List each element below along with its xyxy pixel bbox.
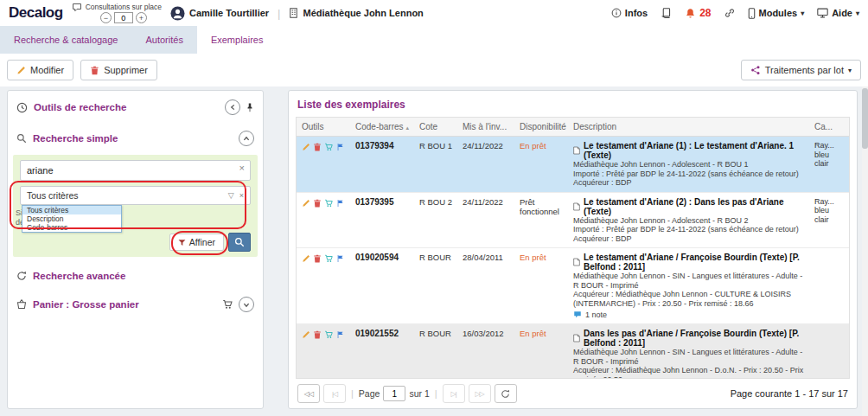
column-header[interactable]: Ca... (809, 118, 849, 136)
criteria-option[interactable]: Tous critères (22, 206, 121, 214)
search-actions: Affiner (169, 233, 251, 252)
list-title: Liste des exemplaires (289, 91, 857, 117)
vertical-scrollbar[interactable] (862, 86, 868, 416)
aide-menu[interactable]: Aide ▾ (817, 8, 859, 18)
notification-count: 28 (699, 7, 711, 19)
search-input[interactable] (20, 160, 251, 181)
description-title: Le testament d'Ariane (2) : Dans les pas… (584, 197, 804, 216)
basket-header[interactable]: Panier : Grosse panier (8, 288, 263, 319)
edit-icon[interactable] (302, 254, 310, 263)
pagination-bar: ◁◁ |◁ | Page sur 1 | ▷| ▷▷ Page courante… (289, 379, 857, 408)
consultations-count-input[interactable] (114, 12, 133, 23)
add-to-basket-icon[interactable] (324, 199, 334, 208)
add-to-basket-icon[interactable] (324, 254, 334, 263)
link-button[interactable] (724, 8, 735, 18)
clear-search-icon[interactable]: × (239, 163, 245, 173)
modifier-button[interactable]: Modifier (7, 60, 73, 80)
scrollbar-thumb[interactable] (862, 88, 868, 149)
inventory-date-cell: 24/11/2022 (457, 193, 514, 248)
pagination-first-button[interactable]: ◁◁ (297, 384, 320, 403)
availability-cell: En prêt (514, 248, 568, 323)
modules-menu[interactable]: Modules ▾ (748, 8, 805, 19)
funnel-icon (178, 239, 186, 246)
add-to-basket-icon[interactable] (324, 330, 334, 339)
add-to-basket-icon[interactable] (324, 143, 334, 151)
cart-icon[interactable] (222, 299, 233, 310)
table-row[interactable]: 019021552 R BOUR 16/03/2012 En prêt Dans… (297, 324, 849, 379)
criteria-options: Tous critèresDescriptionCode-barres (22, 205, 122, 233)
simple-search-header[interactable]: Recherche simple (8, 122, 263, 153)
increment-button[interactable]: + (136, 12, 147, 23)
traitements-par-lot-button[interactable]: Traitements par lot ▾ (741, 60, 861, 80)
building-icon (289, 8, 298, 18)
pagination-last-button[interactable]: ▷▷ (469, 384, 491, 403)
document-icon (573, 202, 580, 211)
criteria-option[interactable]: Description (22, 214, 121, 223)
basket-icon (16, 299, 27, 310)
tab-exemplaires[interactable]: Exemplaires (197, 26, 278, 54)
tab-autorites[interactable]: Autorités (131, 26, 196, 54)
page-of-label: sur 1 (409, 388, 429, 399)
chevron-down-icon: ▾ (848, 67, 852, 74)
pagination-prev-button[interactable]: |◁ (323, 384, 346, 403)
pin-icon[interactable] (246, 102, 254, 113)
search-submit-button[interactable] (228, 233, 251, 252)
screen-icon (817, 8, 828, 18)
criteria-select[interactable]: Tous critères ▽ × (20, 186, 251, 205)
tab-recherche-catalogage[interactable]: Recherche & catalogage (0, 26, 131, 54)
supprimer-button[interactable]: Supprimer (80, 60, 157, 80)
consultations-stepper: − + (100, 12, 147, 23)
description-detail: Médiathèque John Lennon - SIN - Langues … (573, 348, 804, 366)
refresh-button[interactable] (495, 384, 517, 403)
advanced-search-header[interactable]: Recherche avancée (8, 262, 263, 288)
column-header[interactable]: Description (568, 118, 809, 136)
affiner-button[interactable]: Affiner (169, 234, 224, 251)
pagination-next-button[interactable]: ▷| (443, 384, 465, 403)
collapse-panel-button[interactable] (225, 99, 240, 115)
delete-icon[interactable] (313, 254, 322, 263)
search-icon (16, 133, 27, 144)
edit-icon[interactable] (302, 199, 310, 208)
description-title: Dans les pas d'Ariane / Françoise Bourdi… (584, 329, 804, 348)
delete-icon[interactable] (313, 143, 322, 151)
tab-bar: Recherche & catalogage Autorités Exempla… (0, 26, 277, 54)
decrement-button[interactable]: − (100, 12, 112, 23)
column-header[interactable]: Disponibilité (514, 118, 568, 136)
column-header[interactable]: Code-barres▴ (350, 118, 414, 136)
table-row[interactable]: 019020594 R BOUR 28/04/2011 En prêt Le t… (297, 248, 849, 324)
loan-flag-icon[interactable] (336, 199, 344, 208)
user-menu[interactable]: Camille Tourtillier (170, 6, 269, 21)
column-header-label: Code-barres (355, 122, 404, 131)
column-header[interactable]: Mis à l'inv... (457, 118, 514, 136)
barcode-cell: 01379395 (350, 193, 414, 248)
info-icon (611, 8, 622, 18)
edit-icon[interactable] (302, 143, 310, 151)
table-row[interactable]: 01379394 R BOU 1 24/11/2022 En prêt Le t… (297, 137, 849, 193)
description-cell: Le testament d'Ariane (2) : Dans les pas… (568, 193, 809, 248)
affiner-label: Affiner (189, 237, 215, 247)
delete-icon[interactable] (313, 199, 322, 208)
edit-icon[interactable] (302, 330, 310, 339)
loan-flag-icon[interactable] (336, 330, 344, 339)
column-header[interactable]: Cote (414, 118, 457, 136)
delete-icon[interactable] (313, 330, 322, 339)
tools-title: Outils de recherche (34, 102, 126, 112)
divider: | (435, 388, 437, 399)
clear-criteria-icon[interactable]: × (239, 191, 244, 200)
infos-button[interactable]: Infos (611, 8, 648, 18)
expand-basket-button[interactable] (239, 297, 254, 312)
loan-flag-icon[interactable] (336, 254, 344, 263)
notifications-button[interactable]: 28 (685, 7, 711, 19)
criteria-option[interactable]: Code-barres (22, 223, 121, 232)
loan-flag-icon[interactable] (336, 143, 344, 151)
library-menu[interactable]: Médiathèque John Lennon (289, 8, 423, 18)
hand-card-button[interactable] (661, 8, 672, 19)
results-table: OutilsCode-barres▴CoteMis à l'inv...Disp… (296, 117, 850, 379)
traitements-label: Traitements par lot (765, 65, 844, 75)
column-header[interactable]: Outils (297, 118, 350, 136)
table-row[interactable]: 01379395 R BOU 2 24/11/2022 Prêt fonctio… (297, 193, 849, 249)
cote-cell: R BOUR (414, 324, 457, 379)
page-input[interactable] (383, 386, 405, 401)
collapse-section-button[interactable] (239, 131, 254, 146)
row-tools (297, 248, 350, 323)
